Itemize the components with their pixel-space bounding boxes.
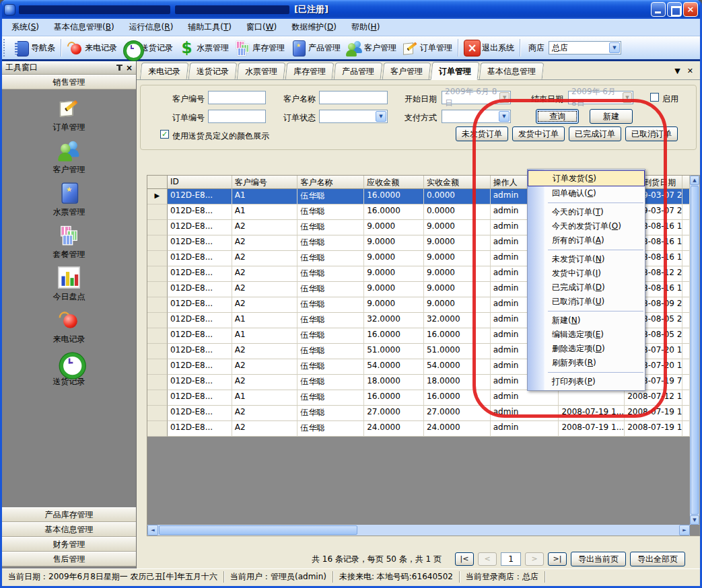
- cell-receivable[interactable]: 9.0000: [364, 282, 424, 297]
- tab-product[interactable]: 产品管理: [334, 63, 383, 79]
- toolbar-button-delivery-records[interactable]: 送货记录: [120, 38, 176, 58]
- vertical-scrollbar[interactable]: ▲ ▼: [690, 176, 699, 525]
- shipping-orders-button[interactable]: 发货中订单: [512, 126, 565, 141]
- prev-page-button[interactable]: <: [478, 552, 497, 566]
- cell-receivable[interactable]: 32.0000: [364, 313, 424, 328]
- column-header-received[interactable]: 实收金额: [424, 176, 491, 189]
- scroll-right-icon[interactable]: ►: [679, 525, 690, 536]
- context-menu-item-unshipped-orders[interactable]: 未发货订单(N): [528, 252, 645, 266]
- cell-operator[interactable]: admin: [491, 390, 559, 406]
- pay-method-select[interactable]: ▼: [442, 110, 511, 123]
- toolbar-button-product-mgmt[interactable]: 产品管理: [287, 38, 343, 58]
- cell-receivable[interactable]: 9.0000: [364, 235, 424, 251]
- cell-id[interactable]: 012D-E8...: [168, 282, 232, 297]
- scroll-up-icon[interactable]: ▲: [690, 176, 699, 185]
- sidebar-item-today-stocktake[interactable]: 今日盘点: [53, 269, 85, 303]
- cell-receivable[interactable]: 27.0000: [364, 406, 424, 421]
- cell-id[interactable]: 012D-E8...: [168, 328, 232, 344]
- close-tab-icon[interactable]: ✕: [687, 67, 693, 75]
- cell-id[interactable]: 012D-E8...: [168, 220, 232, 235]
- deliveryman-color-checkbox[interactable]: ✓: [160, 130, 169, 139]
- context-menu-item-today-ship-orders[interactable]: 今天的发货订单(O): [528, 219, 645, 233]
- cell-customer-name[interactable]: 伍华聪: [297, 251, 364, 266]
- sidebar-item-order-mgmt[interactable]: 订单管理: [53, 100, 85, 133]
- sidebar-section-sales-mgmt[interactable]: 销售管理: [2, 75, 136, 89]
- cell-order-date[interactable]: [559, 390, 625, 406]
- cell-customer-code[interactable]: A2: [232, 344, 298, 359]
- menu-runtime-info[interactable]: 运行信息(R): [122, 19, 181, 36]
- cell-id[interactable]: 012D-E8...: [168, 375, 232, 390]
- column-header-customer-code[interactable]: 客户编号: [232, 176, 298, 189]
- cell-receivable[interactable]: 51.0000: [364, 344, 424, 359]
- cell-id[interactable]: 012D-E8...: [168, 266, 232, 282]
- vertical-scroll-thumb[interactable]: [691, 186, 699, 515]
- menu-help[interactable]: 帮助(H): [344, 19, 387, 36]
- page-number-input[interactable]: 1: [501, 552, 521, 566]
- cell-received[interactable]: 18.0000: [424, 375, 491, 390]
- cell-id[interactable]: 012D-E8...: [168, 313, 232, 328]
- minimize-button[interactable]: [651, 2, 666, 17]
- close-button[interactable]: ×: [683, 2, 698, 17]
- cell-customer-code[interactable]: A2: [232, 297, 298, 313]
- cell-received[interactable]: 51.0000: [424, 344, 491, 359]
- cell-receivable[interactable]: 9.0000: [364, 266, 424, 282]
- cell-received[interactable]: 54.0000: [424, 359, 491, 375]
- tab-call-records[interactable]: 来电记录: [140, 63, 189, 79]
- cell-received[interactable]: 16.0000: [424, 328, 491, 344]
- menu-aux-tools[interactable]: 辅助工具(T): [180, 19, 239, 36]
- context-menu-item-cancelled-orders[interactable]: 已取消订单(U): [528, 295, 645, 309]
- sidebar-item-customer-mgmt[interactable]: 客户管理: [53, 142, 85, 176]
- menu-data-maintenance[interactable]: 数据维护(D): [284, 19, 344, 36]
- close-panel-icon[interactable]: ×: [126, 64, 133, 72]
- cell-id[interactable]: 012D-E8...: [168, 421, 232, 437]
- cell-receivable[interactable]: 9.0000: [364, 251, 424, 266]
- toolbar-button-order-mgmt[interactable]: 订单管理: [399, 38, 455, 58]
- tab-basic-info[interactable]: 基本信息管理: [479, 63, 545, 79]
- sidebar-section-finance-mgmt[interactable]: 财务管理: [2, 537, 136, 552]
- cell-customer-name[interactable]: 伍华聪: [297, 328, 364, 344]
- context-menu-item-delete-selected[interactable]: 删除选定项(D): [528, 342, 645, 356]
- tab-water-ticket[interactable]: 水票管理: [237, 63, 286, 79]
- tab-customer[interactable]: 客户管理: [382, 63, 431, 79]
- context-menu-item-all-orders[interactable]: 所有的订单(A): [528, 233, 645, 248]
- cell-required-date[interactable]: 2008-07-19 1...: [625, 421, 682, 437]
- cell-received[interactable]: 24.0000: [424, 421, 491, 437]
- cell-received[interactable]: 27.0000: [424, 406, 491, 421]
- column-header-receivable[interactable]: 应收金额: [364, 176, 424, 189]
- tab-inventory[interactable]: 库存管理: [285, 63, 335, 79]
- toolbar-button-customer-mgmt[interactable]: 客户管理: [343, 38, 399, 58]
- cell-customer-code[interactable]: A2: [232, 359, 298, 375]
- menu-window-menu[interactable]: 窗口(W): [239, 19, 284, 36]
- cell-customer-name[interactable]: 伍华聪: [297, 421, 364, 437]
- cell-receivable[interactable]: 54.0000: [364, 359, 424, 375]
- cell-customer-code[interactable]: A2: [232, 282, 298, 297]
- cell-customer-code[interactable]: A2: [232, 375, 298, 390]
- cell-id[interactable]: 012D-E8...: [168, 390, 232, 406]
- first-page-button[interactable]: |<: [455, 552, 474, 566]
- cell-operator[interactable]: admin: [491, 421, 559, 437]
- cell-customer-code[interactable]: A1: [232, 328, 298, 344]
- enable-checkbox[interactable]: [650, 93, 659, 102]
- cell-customer-name[interactable]: 伍华聪: [297, 406, 364, 421]
- cell-customer-name[interactable]: 伍华聪: [297, 375, 364, 390]
- sidebar-item-call-records[interactable]: 来电记录: [53, 311, 85, 345]
- start-date-picker[interactable]: 2009年 6月 8日▼: [442, 91, 511, 104]
- cell-order-date[interactable]: 2008-07-19 1...: [559, 406, 625, 421]
- cell-customer-name[interactable]: 伍华聪: [297, 297, 364, 313]
- order-code-input[interactable]: [208, 110, 266, 123]
- tab-list-dropdown-icon[interactable]: ▼: [674, 67, 680, 75]
- scroll-left-icon[interactable]: ◄: [147, 525, 158, 536]
- cell-customer-name[interactable]: 伍华聪: [297, 189, 364, 205]
- horizontal-scrollbar[interactable]: ◄ ►: [147, 525, 690, 536]
- context-menu-item-today-orders[interactable]: 今天的订单(T): [528, 205, 645, 219]
- cell-receivable[interactable]: 16.0000: [364, 205, 424, 220]
- shop-select[interactable]: 总店▼: [549, 41, 621, 54]
- toolbar-button-nav-bar[interactable]: 导航条: [10, 38, 58, 58]
- context-menu-item-print-list[interactable]: 打印列表(P): [528, 375, 645, 389]
- cell-id[interactable]: 012D-E8...: [168, 189, 232, 205]
- customer-code-input[interactable]: [208, 91, 266, 104]
- cell-received[interactable]: 9.0000: [424, 235, 491, 251]
- sidebar-section-basic-info-mgmt[interactable]: 基本信息管理: [2, 522, 136, 537]
- context-menu-item-completed-orders[interactable]: 已完成订单(D): [528, 281, 645, 295]
- cell-required-date[interactable]: 2008-07-19 1...: [625, 406, 682, 421]
